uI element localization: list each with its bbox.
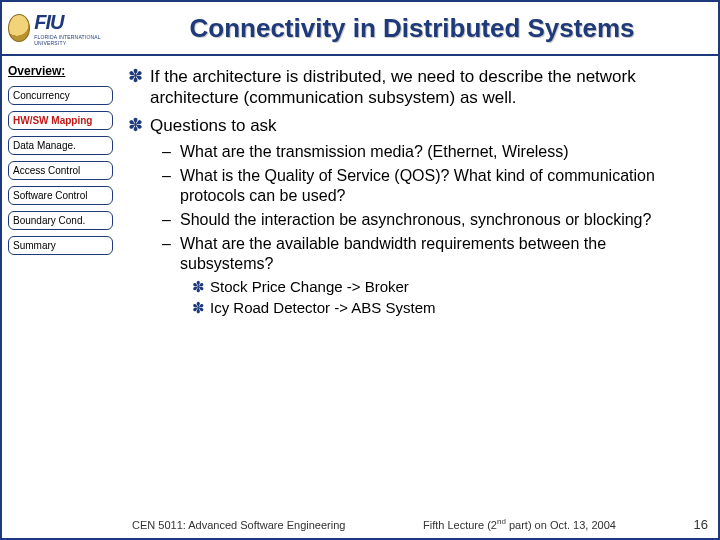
sidebar-heading: Overview: (8, 64, 113, 78)
sub-sub-text: Stock Price Change -> Broker (210, 278, 700, 297)
dash-icon: – (162, 166, 180, 206)
sidebar-item-software-control[interactable]: Software Control (8, 186, 113, 205)
bullet-2-text: Questions to ask (150, 115, 700, 137)
sidebar-item-summary[interactable]: Summary (8, 236, 113, 255)
footer-course: CEN 5011: Advanced Software Engineering (132, 519, 345, 531)
asterisk-icon: ✽ (192, 299, 210, 318)
footer-lecture-a: Fifth Lecture (2 (423, 519, 497, 531)
asterisk-icon: ✽ (192, 278, 210, 297)
page-title: Connectivity in Distributed Systems (112, 13, 712, 44)
asterisk-icon: ✽ (128, 115, 150, 137)
sub-sub-bullet: ✽ Icy Road Detector -> ABS System (192, 299, 700, 318)
footer-page-number: 16 (694, 517, 708, 532)
sub-bullet-text: Should the interaction be asynchronous, … (180, 210, 700, 230)
sub-bullet-text: What are the transmission media? (Ethern… (180, 142, 700, 162)
footer-ord: nd (497, 517, 506, 526)
dash-icon: – (162, 142, 180, 162)
sidebar-item-access-control[interactable]: Access Control (8, 161, 113, 180)
slide-footer: CEN 5011: Advanced Software Engineering … (2, 517, 718, 532)
title-bar: FIU FLORIDA INTERNATIONAL UNIVERSITY Con… (2, 2, 718, 56)
footer-lecture: Fifth Lecture (2nd part) on Oct. 13, 200… (345, 517, 693, 531)
sub-sub-list: ✽ Stock Price Change -> Broker ✽ Icy Roa… (192, 278, 700, 318)
sidebar-item-boundary-cond[interactable]: Boundary Cond. (8, 211, 113, 230)
sub-bullet: – What is the Quality of Service (QOS)? … (162, 166, 700, 206)
sidebar-item-concurrency[interactable]: Concurrency (8, 86, 113, 105)
sub-bullet-text: What are the available bandwidth require… (180, 234, 700, 274)
bullet-1-text: If the architecture is distributed, we n… (150, 66, 700, 109)
sub-sub-text: Icy Road Detector -> ABS System (210, 299, 700, 318)
sub-bullet-text: What is the Quality of Service (QOS)? Wh… (180, 166, 700, 206)
sidebar: Overview: Concurrency HW/SW Mapping Data… (2, 56, 120, 538)
dash-icon: – (162, 210, 180, 230)
sub-sub-bullet: ✽ Stock Price Change -> Broker (192, 278, 700, 297)
content-area: ✽ If the architecture is distributed, we… (120, 56, 718, 538)
logo-text: FIU (34, 11, 112, 34)
dash-icon: – (162, 234, 180, 274)
sub-bullet: – What are the available bandwidth requi… (162, 234, 700, 274)
sidebar-item-hwsw-mapping[interactable]: HW/SW Mapping (8, 111, 113, 130)
sub-bullet: – Should the interaction be asynchronous… (162, 210, 700, 230)
footer-lecture-b: part) on Oct. 13, 2004 (506, 519, 616, 531)
seal-icon (8, 14, 30, 42)
slide-body: Overview: Concurrency HW/SW Mapping Data… (2, 56, 718, 538)
sidebar-item-data-manage[interactable]: Data Manage. (8, 136, 113, 155)
slide-frame: FIU FLORIDA INTERNATIONAL UNIVERSITY Con… (0, 0, 720, 540)
sub-list: – What are the transmission media? (Ethe… (162, 142, 700, 318)
bullet-1: ✽ If the architecture is distributed, we… (128, 66, 700, 109)
bullet-2: ✽ Questions to ask (128, 115, 700, 137)
asterisk-icon: ✽ (128, 66, 150, 109)
fiu-logo: FIU FLORIDA INTERNATIONAL UNIVERSITY (8, 8, 112, 48)
sub-bullet: – What are the transmission media? (Ethe… (162, 142, 700, 162)
logo-subtext: FLORIDA INTERNATIONAL UNIVERSITY (34, 34, 112, 46)
